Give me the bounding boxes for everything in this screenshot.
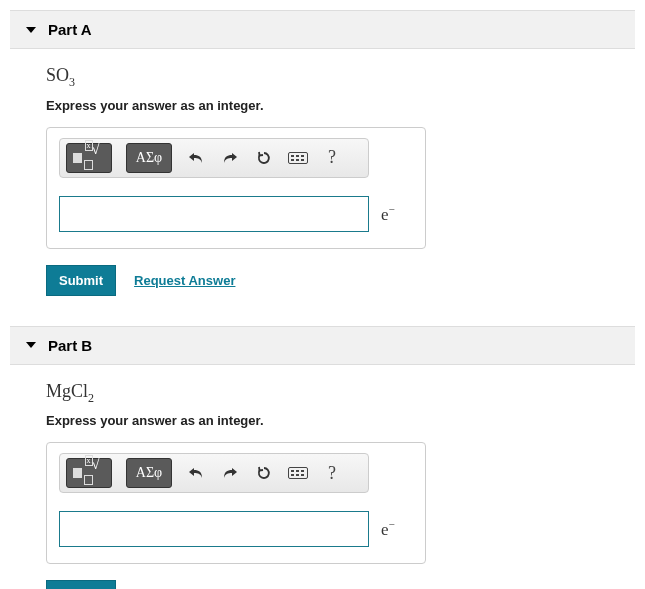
unit-base: e — [381, 204, 389, 223]
input-row: e− — [59, 196, 413, 232]
undo-icon — [188, 151, 204, 165]
part-b-answer-box: x√ ΑΣφ ? e− — [46, 442, 426, 564]
answer-input[interactable] — [59, 511, 369, 547]
part-a-formula: SO3 — [46, 65, 599, 90]
help-button[interactable]: ? — [322, 462, 342, 484]
unit-base: e — [381, 520, 389, 539]
unit-sup: − — [389, 203, 395, 215]
keyboard-icon — [288, 152, 308, 164]
formula-base: MgCl — [46, 381, 88, 401]
templates-button[interactable]: x√ — [66, 458, 112, 488]
formula-sub: 2 — [88, 390, 94, 404]
part-b-instruction: Express your answer as an integer. — [46, 413, 599, 428]
part-a-instruction: Express your answer as an integer. — [46, 98, 599, 113]
redo-icon — [222, 466, 238, 480]
part-b-formula: MgCl2 — [46, 381, 599, 406]
part-a-header[interactable]: Part A — [10, 10, 635, 49]
help-button[interactable]: ? — [322, 147, 342, 169]
redo-button[interactable] — [220, 462, 240, 484]
square-icon — [73, 468, 82, 478]
keyboard-button[interactable] — [288, 147, 308, 169]
formula-sub: 3 — [69, 75, 75, 89]
reset-icon — [256, 465, 272, 481]
part-b-header[interactable]: Part B — [10, 326, 635, 365]
redo-icon — [222, 151, 238, 165]
radical-icon: x√ — [84, 456, 105, 490]
keyboard-button[interactable] — [288, 462, 308, 484]
submit-button[interactable]: Submit — [46, 265, 116, 296]
part-b-title: Part B — [48, 337, 92, 354]
undo-button[interactable] — [186, 147, 206, 169]
part-a-body: SO3 Express your answer as an integer. x… — [10, 49, 635, 306]
input-row: e− — [59, 511, 413, 547]
answer-unit: e− — [381, 203, 395, 225]
undo-button[interactable] — [186, 462, 206, 484]
part-b-body: MgCl2 Express your answer as an integer.… — [10, 365, 635, 589]
answer-unit: e− — [381, 518, 395, 540]
part-b-section: Part B MgCl2 Express your answer as an i… — [10, 326, 635, 589]
reset-button[interactable] — [254, 462, 274, 484]
square-icon — [73, 153, 82, 163]
submit-button[interactable]: Submit — [46, 580, 116, 589]
reset-button[interactable] — [254, 147, 274, 169]
answer-toolbar: x√ ΑΣφ ? — [59, 138, 369, 178]
answer-input[interactable] — [59, 196, 369, 232]
reset-icon — [256, 150, 272, 166]
templates-button[interactable]: x√ — [66, 143, 112, 173]
request-answer-link[interactable]: Request Answer — [134, 273, 235, 288]
redo-button[interactable] — [220, 147, 240, 169]
unit-sup: − — [389, 518, 395, 530]
formula-base: SO — [46, 65, 69, 85]
part-b-actions: Submit Request Answer — [46, 580, 599, 589]
part-a-answer-box: x√ ΑΣφ ? e− — [46, 127, 426, 249]
greek-symbols-button[interactable]: ΑΣφ — [126, 143, 172, 173]
keyboard-icon — [288, 467, 308, 479]
radical-icon: x√ — [84, 141, 105, 175]
answer-toolbar: x√ ΑΣφ ? — [59, 453, 369, 493]
part-a-title: Part A — [48, 21, 92, 38]
caret-down-icon — [26, 342, 36, 348]
greek-symbols-button[interactable]: ΑΣφ — [126, 458, 172, 488]
part-a-actions: Submit Request Answer — [46, 265, 599, 296]
undo-icon — [188, 466, 204, 480]
caret-down-icon — [26, 27, 36, 33]
part-a-section: Part A SO3 Express your answer as an int… — [10, 10, 635, 306]
